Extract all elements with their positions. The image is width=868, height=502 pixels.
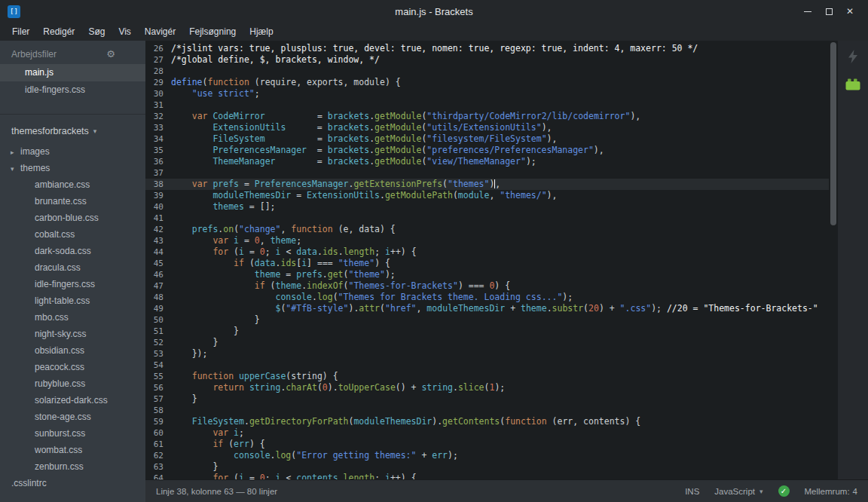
- working-file-idle-fingers.css[interactable]: idle-fingers.css: [0, 81, 145, 99]
- language-selector[interactable]: JavaScript ▾: [714, 487, 763, 496]
- line-number: 36: [145, 156, 171, 167]
- code-line-33[interactable]: 33 ExtensionUtils = brackets.getModule("…: [145, 122, 838, 133]
- menu-vis[interactable]: Vis: [112, 23, 137, 41]
- insert-mode-indicator[interactable]: INS: [685, 487, 699, 496]
- code-line-41[interactable]: 41: [145, 213, 838, 224]
- working-files-title: Arbejdsfiler: [11, 49, 57, 60]
- menu-hjælp[interactable]: Hjælp: [243, 23, 280, 41]
- chevron-down-icon: ▾: [93, 127, 97, 135]
- extension-manager-button[interactable]: [844, 75, 862, 93]
- code-line-54[interactable]: 54: [145, 360, 838, 371]
- code-line-35[interactable]: 35 PreferencesManager = brackets.getModu…: [145, 145, 838, 156]
- live-preview-button[interactable]: [844, 47, 862, 66]
- minimize-button[interactable]: [797, 3, 818, 20]
- code-line-30[interactable]: 30 "use strict";: [145, 88, 838, 99]
- tree-item-dark-soda.css[interactable]: dark-soda.css: [0, 243, 145, 259]
- tree-item-light-table.css[interactable]: light-table.css: [0, 292, 145, 309]
- code-line-36[interactable]: 36 ThemeManager = brackets.getModule("vi…: [145, 156, 838, 167]
- window-controls: ✕: [797, 3, 860, 20]
- code-line-40[interactable]: 40 themes = [];: [145, 201, 838, 213]
- code-editor[interactable]: 26/*jslint vars: true, plusplus: true, d…: [145, 41, 838, 479]
- lint-status-icon[interactable]: ✓: [778, 485, 790, 497]
- line-number: 49: [145, 303, 171, 314]
- code-line-32[interactable]: 32 var CodeMirror = brackets.getModule("…: [145, 111, 838, 122]
- tree-item-dracula.css[interactable]: dracula.css: [0, 259, 145, 276]
- code-line-52[interactable]: 52 }: [145, 337, 838, 348]
- vertical-scrollbar[interactable]: [829, 41, 838, 479]
- code-line-31[interactable]: 31: [145, 99, 838, 111]
- working-file-main.js[interactable]: main.js: [0, 64, 145, 81]
- tree-item-brunante.css[interactable]: brunante.css: [0, 193, 145, 210]
- menu-fejlsøgning[interactable]: Fejlsøgning: [182, 23, 243, 41]
- maximize-button[interactable]: [818, 3, 839, 20]
- code-line-51[interactable]: 51 }: [145, 326, 838, 337]
- settings-gear-icon[interactable]: ⚙: [106, 48, 115, 60]
- code-line-39[interactable]: 39 moduleThemesDir = ExtensionUtils.getM…: [145, 190, 838, 201]
- tree-item-cobalt.css[interactable]: cobalt.css: [0, 226, 145, 243]
- code-line-28[interactable]: 28: [145, 66, 838, 77]
- tree-item-obsidian.css[interactable]: obsidian.css: [0, 342, 145, 359]
- line-number: 43: [145, 235, 171, 246]
- code-line-34[interactable]: 34 FileSystem = brackets.getModule("file…: [145, 133, 838, 145]
- close-button[interactable]: ✕: [839, 3, 860, 20]
- code-line-26[interactable]: 26/*jslint vars: true, plusplus: true, d…: [145, 43, 838, 54]
- code-line-47[interactable]: 47 if (theme.indexOf("Themes-for-Bracket…: [145, 280, 838, 292]
- code-line-37[interactable]: 37: [145, 167, 838, 179]
- tree-item-sunburst.css[interactable]: sunburst.css: [0, 425, 145, 442]
- code-line-59[interactable]: 59 FileSystem.getDirectoryForPath(module…: [145, 416, 838, 427]
- code-line-46[interactable]: 46 theme = prefs.get("theme");: [145, 269, 838, 280]
- menu-navigér[interactable]: Navigér: [138, 23, 182, 41]
- menu-filer[interactable]: Filer: [5, 23, 36, 41]
- line-number: 53: [145, 348, 171, 360]
- tree-item-mbo.css[interactable]: mbo.css: [0, 309, 145, 326]
- tree-item-wombat.css[interactable]: wombat.css: [0, 442, 145, 458]
- code-line-53[interactable]: 53 });: [145, 348, 838, 360]
- code-text: PreferencesManager = brackets.getModule(…: [171, 145, 838, 156]
- tree-item-images[interactable]: ▸images: [0, 143, 145, 160]
- code-line-45[interactable]: 45 if (data.ids[i] === "theme") {: [145, 258, 838, 269]
- code-line-64[interactable]: 64 for (i = 0; i < contents.length; i++)…: [145, 473, 838, 479]
- code-line-60[interactable]: 60 var i;: [145, 427, 838, 439]
- code-line-58[interactable]: 58: [145, 405, 838, 416]
- code-line-38[interactable]: 38 var prefs = PreferencesManager.getExt…: [145, 179, 838, 190]
- menu-søg[interactable]: Søg: [81, 23, 112, 41]
- code-line-57[interactable]: 57 }: [145, 393, 838, 405]
- scrollbar-thumb[interactable]: [830, 42, 836, 225]
- tree-item-rubyblue.css[interactable]: rubyblue.css: [0, 375, 145, 392]
- code-line-63[interactable]: 63 }: [145, 461, 838, 473]
- code-line-48[interactable]: 48 console.log("Themes for Brackets them…: [145, 292, 838, 303]
- code-line-43[interactable]: 43 var i = 0, theme;: [145, 235, 838, 246]
- menu-redigér[interactable]: Redigér: [36, 23, 81, 41]
- chevron-down-icon[interactable]: ▾: [11, 161, 20, 176]
- code-line-56[interactable]: 56 return string.charAt(0).toUpperCase()…: [145, 382, 838, 393]
- tree-item-ambiance.css[interactable]: ambiance.css: [0, 176, 145, 193]
- code-line-55[interactable]: 55 function upperCase(string) {: [145, 371, 838, 382]
- code-text: }: [171, 393, 838, 405]
- editor-row: 26/*jslint vars: true, plusplus: true, d…: [145, 41, 868, 479]
- code-line-50[interactable]: 50 }: [145, 314, 838, 326]
- tree-item-carbon-blue.css[interactable]: carbon-blue.css: [0, 210, 145, 226]
- code-line-49[interactable]: 49 $("#TfB-style").attr("href", moduleTh…: [145, 303, 838, 314]
- tree-item-.csslintrc[interactable]: .csslintrc: [0, 475, 145, 491]
- code-line-62[interactable]: 62 console.log("Error getting themes:" +…: [145, 450, 838, 461]
- tree-item-night-sky.css[interactable]: night-sky.css: [0, 326, 145, 342]
- code-line-27[interactable]: 27/*global define, $, brackets, window, …: [145, 54, 838, 66]
- tree-item-themes[interactable]: ▾themes: [0, 160, 145, 176]
- tree-item-peacock.css[interactable]: peacock.css: [0, 359, 145, 375]
- code-line-44[interactable]: 44 for (i = 0; i < data.ids.length; i++)…: [145, 246, 838, 258]
- code-line-61[interactable]: 61 if (err) {: [145, 439, 838, 450]
- code-text: ExtensionUtils = brackets.getModule("uti…: [171, 122, 838, 133]
- tree-item-stone-age.css[interactable]: stone-age.css: [0, 409, 145, 425]
- line-number: 33: [145, 122, 171, 133]
- code-line-29[interactable]: 29define(function (require, exports, mod…: [145, 77, 838, 88]
- chevron-right-icon[interactable]: ▸: [11, 144, 20, 160]
- code-line-42[interactable]: 42 prefs.on("change", function (e, data)…: [145, 224, 838, 235]
- tree-item-idle-fingers.css[interactable]: idle-fingers.css: [0, 276, 145, 292]
- indent-setting[interactable]: Mellemrum: 4: [805, 487, 857, 496]
- cursor-position-info: Linje 38, kolonne 63 — 80 linjer: [156, 487, 685, 496]
- code-text: if (err) {: [171, 439, 838, 450]
- code-text: });: [171, 348, 838, 360]
- tree-item-zenburn.css[interactable]: zenburn.css: [0, 458, 145, 475]
- project-selector[interactable]: themesforbrackets ▾: [0, 115, 145, 143]
- tree-item-solarized-dark.css[interactable]: solarized-dark.css: [0, 392, 145, 409]
